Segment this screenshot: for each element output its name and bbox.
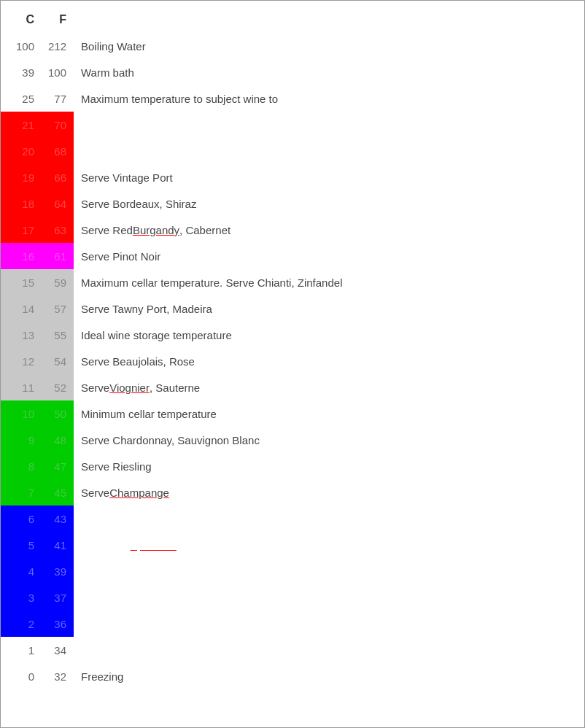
- cell-celsius: 2: [1, 611, 37, 637]
- cell-label: Boiling Water: [74, 33, 584, 59]
- cell-celsius: 0: [1, 663, 37, 689]
- table-row: 39100Warm bath: [1, 59, 584, 85]
- cell-fahrenheit: 45: [37, 479, 74, 506]
- table-row: 337: [1, 584, 584, 611]
- cell-label: Serve Bordeaux, Shiraz: [74, 190, 584, 217]
- cell-celsius: 4: [1, 558, 37, 584]
- rows-container: 100212Boiling Water39100Warm bath2577Max…: [1, 33, 584, 689]
- cell-label: Serve Tawny Port, Madeira: [74, 295, 584, 322]
- cell-label: Maximum temperature to subject wine to: [74, 85, 584, 112]
- cell-label: Serve Pinot Noir: [74, 243, 584, 269]
- cell-fahrenheit: 43: [37, 506, 74, 532]
- cell-fahrenheit: 100: [37, 59, 74, 85]
- table-row: 100212Boiling Water: [1, 33, 584, 59]
- cell-fahrenheit: 212: [37, 33, 74, 59]
- cell-celsius: 7: [1, 479, 37, 506]
- header-row: C F: [1, 7, 584, 33]
- cell-celsius: 9: [1, 427, 37, 453]
- cell-label: Warm bath: [74, 59, 584, 85]
- table-row: 847Serve Riesling: [1, 453, 584, 479]
- cell-celsius: 8: [1, 453, 37, 479]
- cell-celsius: 18: [1, 190, 37, 217]
- cell-label: Serve Viognier, Sauterne: [74, 374, 584, 400]
- cell-celsius: 13: [1, 322, 37, 348]
- cell-celsius: 17: [1, 217, 37, 243]
- cell-label: Serve Champange: [74, 479, 584, 506]
- cell-label: [74, 112, 584, 138]
- cell-label: Serve Asti Spumanti: [74, 532, 584, 558]
- cell-celsius: 19: [1, 164, 37, 190]
- cell-fahrenheit: 36: [37, 611, 74, 637]
- cell-label: Serve Vintage Port: [74, 164, 584, 190]
- cell-celsius: 10: [1, 400, 37, 427]
- header-c: C: [1, 13, 37, 26]
- cell-celsius: 39: [1, 59, 37, 85]
- table-row: 1661Serve Pinot Noir: [1, 243, 584, 269]
- main-container: C F 100212Boiling Water39100Warm bath257…: [0, 0, 585, 728]
- cell-label: Minimum cellar temperature: [74, 400, 584, 427]
- table-row: 1355Ideal wine storage temperature: [1, 322, 584, 348]
- header-f: F: [37, 13, 74, 26]
- cell-celsius: 6: [1, 506, 37, 532]
- cell-fahrenheit: 66: [37, 164, 74, 190]
- cell-label: Serve Chardonnay, Sauvignon Blanc: [74, 427, 584, 453]
- table-row: 1050Minimum cellar temperature: [1, 400, 584, 427]
- cell-fahrenheit: 54: [37, 348, 74, 374]
- cell-fahrenheit: 55: [37, 322, 74, 348]
- table-row: 745Serve Champange: [1, 479, 584, 506]
- cell-celsius: 100: [1, 33, 37, 59]
- cell-celsius: 12: [1, 348, 37, 374]
- cell-label: Refrigerator temperature: [74, 611, 584, 637]
- table-row: 1559Maximum cellar temperature. Serve Ch…: [1, 269, 584, 295]
- cell-label: [74, 584, 584, 611]
- table-row: 236Refrigerator temperature: [1, 611, 584, 637]
- cell-fahrenheit: 34: [37, 637, 74, 663]
- cell-fahrenheit: 63: [37, 217, 74, 243]
- cell-fahrenheit: 68: [37, 138, 74, 164]
- table-row: 439: [1, 558, 584, 584]
- cell-fahrenheit: 77: [37, 85, 74, 112]
- table-row: 541Serve Asti Spumanti: [1, 532, 584, 558]
- cell-fahrenheit: 48: [37, 427, 74, 453]
- cell-label: [74, 558, 584, 584]
- cell-celsius: 15: [1, 269, 37, 295]
- cell-fahrenheit: 70: [37, 112, 74, 138]
- cell-celsius: 5: [1, 532, 37, 558]
- table-row: 1763Serve Red Burgandy, Cabernet: [1, 217, 584, 243]
- table-row: 1457Serve Tawny Port, Madeira: [1, 295, 584, 322]
- table-row: 643Serve Ice Wines: [1, 506, 584, 532]
- cell-fahrenheit: 64: [37, 190, 74, 217]
- cell-label: Serve Beaujolais, Rose: [74, 348, 584, 374]
- table-row: 948Serve Chardonnay, Sauvignon Blanc: [1, 427, 584, 453]
- cell-celsius: 3: [1, 584, 37, 611]
- table-row: 2170: [1, 112, 584, 138]
- cell-celsius: 21: [1, 112, 37, 138]
- cell-label: Ideal wine storage temperature: [74, 322, 584, 348]
- cell-celsius: 20: [1, 138, 37, 164]
- cell-label: Freezing: [74, 663, 584, 689]
- cell-fahrenheit: 39: [37, 558, 74, 584]
- table-row: 1864Serve Bordeaux, Shiraz: [1, 190, 584, 217]
- cell-fahrenheit: 47: [37, 453, 74, 479]
- cell-celsius: 11: [1, 374, 37, 400]
- table-row: 2068: [1, 138, 584, 164]
- cell-celsius: 16: [1, 243, 37, 269]
- cell-fahrenheit: 61: [37, 243, 74, 269]
- cell-fahrenheit: 52: [37, 374, 74, 400]
- cell-label: [74, 637, 584, 663]
- cell-fahrenheit: 59: [37, 269, 74, 295]
- table-row: 032Freezing: [1, 663, 584, 689]
- table-row: 1966Serve Vintage Port: [1, 164, 584, 190]
- cell-celsius: 14: [1, 295, 37, 322]
- table-row: 1152Serve Viognier, Sauterne: [1, 374, 584, 400]
- table-row: 1254Serve Beaujolais, Rose: [1, 348, 584, 374]
- cell-label: Serve Riesling: [74, 453, 584, 479]
- cell-label: Serve Ice Wines: [74, 506, 584, 532]
- cell-celsius: 25: [1, 85, 37, 112]
- cell-label: Maximum cellar temperature. Serve Chiant…: [74, 269, 584, 295]
- cell-fahrenheit: 50: [37, 400, 74, 427]
- cell-fahrenheit: 41: [37, 532, 74, 558]
- cell-fahrenheit: 32: [37, 663, 74, 689]
- table-row: 2577Maximum temperature to subject wine …: [1, 85, 584, 112]
- cell-fahrenheit: 37: [37, 584, 74, 611]
